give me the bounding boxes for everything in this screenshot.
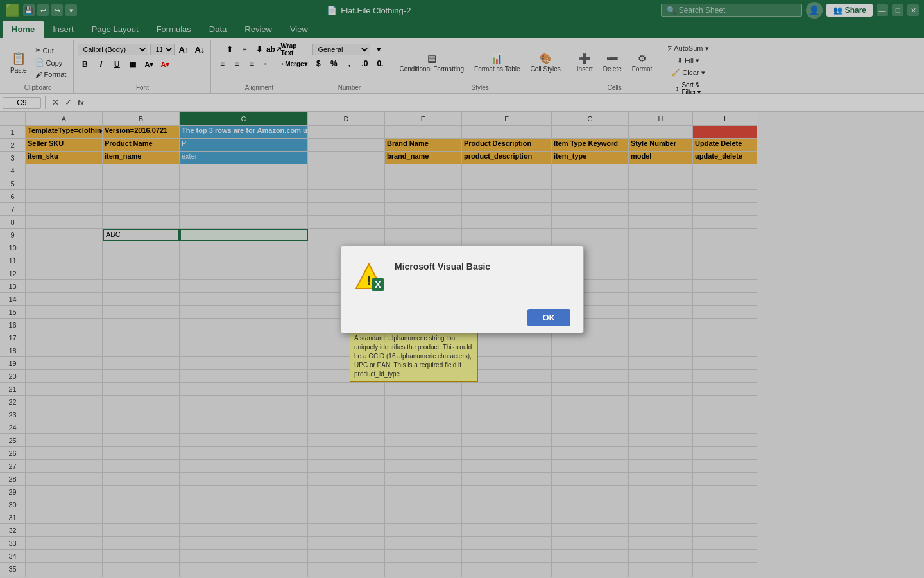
modal-footer: OK	[341, 302, 583, 333]
modal-dialog: ! X Microsoft Visual Basic OK	[340, 245, 584, 333]
modal-ok-button[interactable]: OK	[527, 309, 571, 326]
modal-text: Microsoft Visual Basic	[395, 261, 570, 276]
svg-text:!: !	[366, 272, 371, 288]
modal-icon: ! X	[354, 261, 384, 292]
svg-text:X: X	[375, 279, 381, 290]
modal-content: ! X Microsoft Visual Basic	[341, 246, 583, 302]
modal-overlay[interactable]: ! X Microsoft Visual Basic OK	[0, 0, 924, 578]
modal-title: Microsoft Visual Basic	[395, 261, 570, 272]
